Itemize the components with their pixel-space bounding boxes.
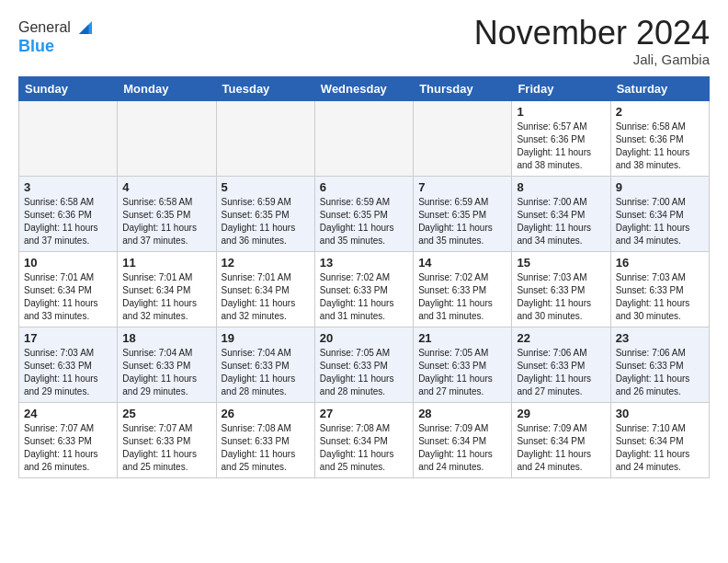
calendar-cell: 20Sunrise: 7:05 AM Sunset: 6:33 PM Dayli… [314, 327, 413, 402]
calendar-cell: 12Sunrise: 7:01 AM Sunset: 6:34 PM Dayli… [216, 251, 314, 327]
page: General Blue November 2024 Jali, Gambia … [0, 0, 728, 563]
day-number: 5 [222, 180, 310, 194]
calendar-cell: 14Sunrise: 7:02 AM Sunset: 6:33 PM Dayli… [414, 251, 512, 327]
day-number: 9 [616, 180, 704, 194]
title-block: November 2024 Jali, Gambia [474, 15, 710, 67]
column-header-friday: Friday [512, 76, 610, 100]
column-header-sunday: Sunday [19, 76, 118, 100]
logo-icon [73, 15, 98, 40]
day-info: Sunrise: 7:05 AM Sunset: 6:33 PM Dayligh… [320, 347, 408, 398]
day-info: Sunrise: 7:04 AM Sunset: 6:33 PM Dayligh… [222, 347, 310, 398]
day-info: Sunrise: 6:57 AM Sunset: 6:36 PM Dayligh… [517, 121, 605, 172]
day-info: Sunrise: 7:10 AM Sunset: 6:34 PM Dayligh… [616, 422, 704, 474]
day-number: 15 [517, 256, 605, 270]
day-info: Sunrise: 7:06 AM Sunset: 6:33 PM Dayligh… [517, 347, 605, 398]
calendar-cell [216, 100, 314, 176]
day-number: 27 [320, 407, 408, 420]
day-number: 26 [222, 407, 310, 420]
calendar-cell: 28Sunrise: 7:09 AM Sunset: 6:34 PM Dayli… [414, 402, 512, 477]
day-info: Sunrise: 6:59 AM Sunset: 6:35 PM Dayligh… [222, 196, 310, 247]
day-info: Sunrise: 6:58 AM Sunset: 6:36 PM Dayligh… [616, 121, 704, 172]
day-number: 3 [24, 180, 112, 194]
calendar-cell: 16Sunrise: 7:03 AM Sunset: 6:33 PM Dayli… [610, 251, 709, 327]
calendar-table: SundayMondayTuesdayWednesdayThursdayFrid… [18, 76, 710, 478]
calendar-cell: 15Sunrise: 7:03 AM Sunset: 6:33 PM Dayli… [512, 251, 610, 327]
day-info: Sunrise: 6:58 AM Sunset: 6:35 PM Dayligh… [122, 196, 210, 247]
day-number: 6 [320, 180, 408, 194]
calendar-cell: 4Sunrise: 6:58 AM Sunset: 6:35 PM Daylig… [118, 176, 216, 251]
week-row-4: 17Sunrise: 7:03 AM Sunset: 6:33 PM Dayli… [19, 327, 710, 402]
day-info: Sunrise: 7:04 AM Sunset: 6:33 PM Dayligh… [122, 347, 210, 398]
calendar-cell: 30Sunrise: 7:10 AM Sunset: 6:34 PM Dayli… [610, 402, 709, 477]
calendar-cell: 10Sunrise: 7:01 AM Sunset: 6:34 PM Dayli… [19, 251, 118, 327]
day-number: 25 [122, 407, 210, 420]
calendar-cell: 13Sunrise: 7:02 AM Sunset: 6:33 PM Dayli… [314, 251, 413, 327]
day-number: 18 [122, 331, 210, 345]
day-info: Sunrise: 7:01 AM Sunset: 6:34 PM Dayligh… [122, 271, 210, 323]
day-number: 2 [616, 105, 704, 119]
day-info: Sunrise: 7:03 AM Sunset: 6:33 PM Dayligh… [24, 347, 112, 398]
calendar-cell: 27Sunrise: 7:08 AM Sunset: 6:34 PM Dayli… [314, 402, 413, 477]
day-number: 29 [517, 407, 605, 420]
calendar-cell: 18Sunrise: 7:04 AM Sunset: 6:33 PM Dayli… [118, 327, 216, 402]
day-info: Sunrise: 7:00 AM Sunset: 6:34 PM Dayligh… [616, 196, 704, 247]
day-info: Sunrise: 7:08 AM Sunset: 6:34 PM Dayligh… [320, 422, 408, 474]
day-number: 28 [418, 407, 506, 420]
calendar-cell: 22Sunrise: 7:06 AM Sunset: 6:33 PM Dayli… [512, 327, 610, 402]
calendar-cell: 2Sunrise: 6:58 AM Sunset: 6:36 PM Daylig… [610, 100, 709, 176]
column-header-monday: Monday [118, 76, 216, 100]
calendar-cell [314, 100, 413, 176]
day-info: Sunrise: 6:58 AM Sunset: 6:36 PM Dayligh… [24, 196, 112, 247]
day-number: 7 [418, 180, 506, 194]
day-info: Sunrise: 7:02 AM Sunset: 6:33 PM Dayligh… [320, 271, 408, 323]
calendar-cell: 7Sunrise: 6:59 AM Sunset: 6:35 PM Daylig… [414, 176, 512, 251]
column-header-wednesday: Wednesday [314, 76, 413, 100]
week-row-1: 1Sunrise: 6:57 AM Sunset: 6:36 PM Daylig… [19, 100, 710, 176]
day-number: 19 [222, 331, 310, 345]
calendar-cell: 11Sunrise: 7:01 AM Sunset: 6:34 PM Dayli… [118, 251, 216, 327]
calendar-cell: 9Sunrise: 7:00 AM Sunset: 6:34 PM Daylig… [610, 176, 709, 251]
day-number: 4 [122, 180, 210, 194]
calendar-header-row: SundayMondayTuesdayWednesdayThursdayFrid… [19, 76, 710, 100]
day-number: 12 [222, 256, 310, 270]
column-header-tuesday: Tuesday [216, 76, 314, 100]
day-info: Sunrise: 7:01 AM Sunset: 6:34 PM Dayligh… [24, 271, 112, 323]
day-number: 10 [24, 256, 112, 270]
calendar-cell: 21Sunrise: 7:05 AM Sunset: 6:33 PM Dayli… [414, 327, 512, 402]
calendar-cell: 3Sunrise: 6:58 AM Sunset: 6:36 PM Daylig… [19, 176, 118, 251]
location: Jali, Gambia [474, 52, 710, 67]
calendar-cell: 1Sunrise: 6:57 AM Sunset: 6:36 PM Daylig… [512, 100, 610, 176]
logo-general-text: General [18, 19, 71, 36]
column-header-thursday: Thursday [414, 76, 512, 100]
day-number: 14 [418, 256, 506, 270]
day-number: 24 [24, 407, 112, 420]
calendar-cell [19, 100, 118, 176]
day-number: 17 [24, 331, 112, 345]
day-number: 16 [616, 256, 704, 270]
calendar-cell: 24Sunrise: 7:07 AM Sunset: 6:33 PM Dayli… [19, 402, 118, 477]
month-title: November 2024 [474, 15, 710, 52]
day-info: Sunrise: 6:59 AM Sunset: 6:35 PM Dayligh… [418, 196, 506, 247]
day-info: Sunrise: 7:09 AM Sunset: 6:34 PM Dayligh… [517, 422, 605, 474]
calendar-cell: 8Sunrise: 7:00 AM Sunset: 6:34 PM Daylig… [512, 176, 610, 251]
day-info: Sunrise: 7:05 AM Sunset: 6:33 PM Dayligh… [418, 347, 506, 398]
calendar-cell: 29Sunrise: 7:09 AM Sunset: 6:34 PM Dayli… [512, 402, 610, 477]
day-info: Sunrise: 7:07 AM Sunset: 6:33 PM Dayligh… [122, 422, 210, 474]
day-info: Sunrise: 7:08 AM Sunset: 6:33 PM Dayligh… [222, 422, 310, 474]
day-info: Sunrise: 7:03 AM Sunset: 6:33 PM Dayligh… [517, 271, 605, 323]
calendar-cell: 19Sunrise: 7:04 AM Sunset: 6:33 PM Dayli… [216, 327, 314, 402]
day-info: Sunrise: 6:59 AM Sunset: 6:35 PM Dayligh… [320, 196, 408, 247]
day-number: 30 [616, 407, 704, 420]
day-number: 13 [320, 256, 408, 270]
calendar-cell: 26Sunrise: 7:08 AM Sunset: 6:33 PM Dayli… [216, 402, 314, 477]
day-info: Sunrise: 7:07 AM Sunset: 6:33 PM Dayligh… [24, 422, 112, 474]
day-info: Sunrise: 7:03 AM Sunset: 6:33 PM Dayligh… [616, 271, 704, 323]
week-row-3: 10Sunrise: 7:01 AM Sunset: 6:34 PM Dayli… [19, 251, 710, 327]
day-info: Sunrise: 7:02 AM Sunset: 6:33 PM Dayligh… [418, 271, 506, 323]
day-info: Sunrise: 7:00 AM Sunset: 6:34 PM Dayligh… [517, 196, 605, 247]
day-number: 23 [616, 331, 704, 345]
calendar-cell: 23Sunrise: 7:06 AM Sunset: 6:33 PM Dayli… [610, 327, 709, 402]
day-number: 11 [122, 256, 210, 270]
week-row-5: 24Sunrise: 7:07 AM Sunset: 6:33 PM Dayli… [19, 402, 710, 477]
calendar-cell: 17Sunrise: 7:03 AM Sunset: 6:33 PM Dayli… [19, 327, 118, 402]
